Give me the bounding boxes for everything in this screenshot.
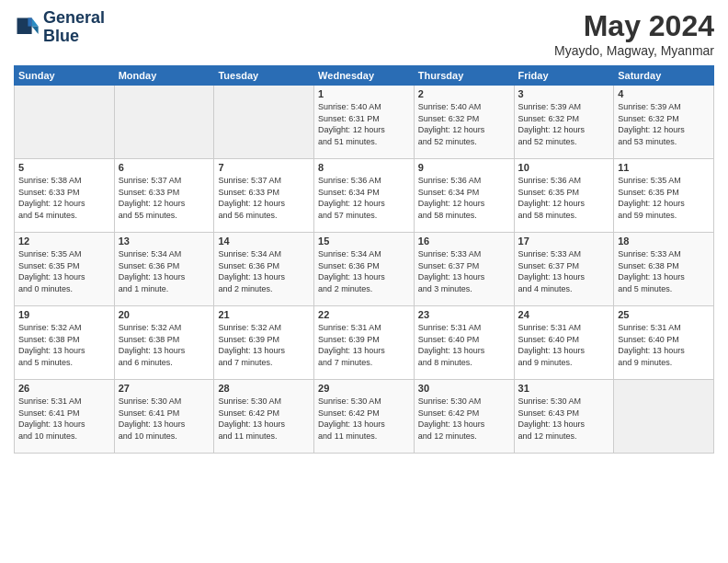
table-row: 8Sunrise: 5:36 AM Sunset: 6:34 PM Daylig… [314,159,415,233]
day-info: Sunrise: 5:37 AM Sunset: 6:33 PM Dayligh… [218,175,310,221]
day-number: 3 [518,88,610,99]
table-row: 27Sunrise: 5:30 AM Sunset: 6:41 PM Dayli… [114,380,214,454]
day-info: Sunrise: 5:40 AM Sunset: 6:31 PM Dayligh… [318,101,410,147]
day-number: 29 [318,383,410,394]
day-info: Sunrise: 5:39 AM Sunset: 6:32 PM Dayligh… [618,101,710,147]
calendar-week-row: 12Sunrise: 5:35 AM Sunset: 6:35 PM Dayli… [15,233,714,306]
day-number: 20 [119,309,210,320]
day-info: Sunrise: 5:30 AM Sunset: 6:42 PM Dayligh… [318,396,410,442]
calendar-week-row: 5Sunrise: 5:38 AM Sunset: 6:33 PM Daylig… [15,159,714,233]
day-info: Sunrise: 5:35 AM Sunset: 6:35 PM Dayligh… [18,248,110,294]
table-row: 18Sunrise: 5:33 AM Sunset: 6:38 PM Dayli… [614,233,714,306]
logo-line1: General [43,9,105,28]
calendar-week-row: 19Sunrise: 5:32 AM Sunset: 6:38 PM Dayli… [15,306,714,380]
table-row: 10Sunrise: 5:36 AM Sunset: 6:35 PM Dayli… [514,159,614,233]
svg-marker-0 [32,17,39,26]
day-info: Sunrise: 5:31 AM Sunset: 6:40 PM Dayligh… [418,322,510,368]
day-number: 14 [218,236,310,247]
table-row [214,86,314,159]
header: General Blue May 2024 Myaydo, Magway, My… [14,9,714,58]
day-info: Sunrise: 5:40 AM Sunset: 6:32 PM Dayligh… [418,101,510,147]
day-number: 13 [119,236,210,247]
day-number: 27 [119,383,210,394]
day-number: 9 [418,162,510,173]
day-number: 22 [318,309,410,320]
table-row: 15Sunrise: 5:34 AM Sunset: 6:36 PM Dayli… [314,233,415,306]
calendar-header-row: Sunday Monday Tuesday Wednesday Thursday… [15,66,714,86]
page: General Blue May 2024 Myaydo, Magway, My… [0,0,728,563]
day-info: Sunrise: 5:32 AM Sunset: 6:38 PM Dayligh… [119,322,210,368]
day-number: 4 [618,88,710,99]
day-number: 6 [119,162,210,173]
day-number: 19 [18,309,110,320]
logo: General Blue [14,9,105,46]
day-number: 15 [318,236,410,247]
table-row: 20Sunrise: 5:32 AM Sunset: 6:38 PM Dayli… [114,306,214,380]
day-number: 31 [518,383,610,394]
day-info: Sunrise: 5:34 AM Sunset: 6:36 PM Dayligh… [119,248,210,294]
header-sunday: Sunday [15,66,115,86]
day-info: Sunrise: 5:36 AM Sunset: 6:35 PM Dayligh… [518,175,610,221]
table-row: 4Sunrise: 5:39 AM Sunset: 6:32 PM Daylig… [614,86,714,159]
day-info: Sunrise: 5:33 AM Sunset: 6:38 PM Dayligh… [618,248,710,294]
day-info: Sunrise: 5:30 AM Sunset: 6:43 PM Dayligh… [518,396,610,442]
header-saturday: Saturday [614,66,714,86]
day-number: 24 [518,309,610,320]
day-info: Sunrise: 5:34 AM Sunset: 6:36 PM Dayligh… [318,248,410,294]
day-info: Sunrise: 5:33 AM Sunset: 6:37 PM Dayligh… [518,248,610,294]
day-number: 25 [618,309,710,320]
header-tuesday: Tuesday [214,66,314,86]
table-row: 7Sunrise: 5:37 AM Sunset: 6:33 PM Daylig… [214,159,314,233]
table-row: 26Sunrise: 5:31 AM Sunset: 6:41 PM Dayli… [15,380,115,454]
day-info: Sunrise: 5:38 AM Sunset: 6:33 PM Dayligh… [18,175,110,221]
calendar-week-row: 26Sunrise: 5:31 AM Sunset: 6:41 PM Dayli… [15,380,714,454]
table-row: 22Sunrise: 5:31 AM Sunset: 6:39 PM Dayli… [314,306,415,380]
day-number: 5 [18,162,110,173]
table-row: 19Sunrise: 5:32 AM Sunset: 6:38 PM Dayli… [15,306,115,380]
calendar-week-row: 1Sunrise: 5:40 AM Sunset: 6:31 PM Daylig… [15,86,714,159]
table-row: 21Sunrise: 5:32 AM Sunset: 6:39 PM Dayli… [214,306,314,380]
table-row: 1Sunrise: 5:40 AM Sunset: 6:31 PM Daylig… [314,86,415,159]
month-year: May 2024 [554,9,714,43]
day-number: 11 [618,162,710,173]
day-number: 12 [18,236,110,247]
day-info: Sunrise: 5:33 AM Sunset: 6:37 PM Dayligh… [418,248,510,294]
day-number: 2 [418,88,510,99]
header-thursday: Thursday [414,66,514,86]
day-info: Sunrise: 5:31 AM Sunset: 6:40 PM Dayligh… [618,322,710,368]
day-info: Sunrise: 5:35 AM Sunset: 6:35 PM Dayligh… [618,175,710,221]
table-row: 3Sunrise: 5:39 AM Sunset: 6:32 PM Daylig… [514,86,614,159]
day-info: Sunrise: 5:31 AM Sunset: 6:40 PM Dayligh… [518,322,610,368]
table-row: 30Sunrise: 5:30 AM Sunset: 6:42 PM Dayli… [414,380,514,454]
day-info: Sunrise: 5:31 AM Sunset: 6:39 PM Dayligh… [318,322,410,368]
day-number: 30 [418,383,510,394]
table-row: 2Sunrise: 5:40 AM Sunset: 6:32 PM Daylig… [414,86,514,159]
table-row [114,86,214,159]
day-number: 10 [518,162,610,173]
day-number: 16 [418,236,510,247]
table-row: 23Sunrise: 5:31 AM Sunset: 6:40 PM Dayli… [414,306,514,380]
table-row: 28Sunrise: 5:30 AM Sunset: 6:42 PM Dayli… [214,380,314,454]
calendar-table: Sunday Monday Tuesday Wednesday Thursday… [14,65,714,454]
day-number: 21 [218,309,310,320]
table-row [15,86,115,159]
day-info: Sunrise: 5:32 AM Sunset: 6:39 PM Dayligh… [218,322,310,368]
day-info: Sunrise: 5:31 AM Sunset: 6:41 PM Dayligh… [18,396,110,442]
table-row: 25Sunrise: 5:31 AM Sunset: 6:40 PM Dayli… [614,306,714,380]
table-row: 5Sunrise: 5:38 AM Sunset: 6:33 PM Daylig… [15,159,115,233]
svg-marker-3 [28,17,31,26]
day-number: 7 [218,162,310,173]
day-number: 1 [318,88,410,99]
logo-line2: Blue [43,28,105,46]
day-info: Sunrise: 5:39 AM Sunset: 6:32 PM Dayligh… [518,101,610,147]
day-info: Sunrise: 5:36 AM Sunset: 6:34 PM Dayligh… [418,175,510,221]
table-row: 11Sunrise: 5:35 AM Sunset: 6:35 PM Dayli… [614,159,714,233]
table-row: 16Sunrise: 5:33 AM Sunset: 6:37 PM Dayli… [414,233,514,306]
day-number: 23 [418,309,510,320]
day-number: 18 [618,236,710,247]
svg-marker-1 [32,26,39,33]
title-block: May 2024 Myaydo, Magway, Myanmar [554,9,714,58]
table-row: 12Sunrise: 5:35 AM Sunset: 6:35 PM Dayli… [15,233,115,306]
logo-icon [14,15,40,40]
day-number: 17 [518,236,610,247]
